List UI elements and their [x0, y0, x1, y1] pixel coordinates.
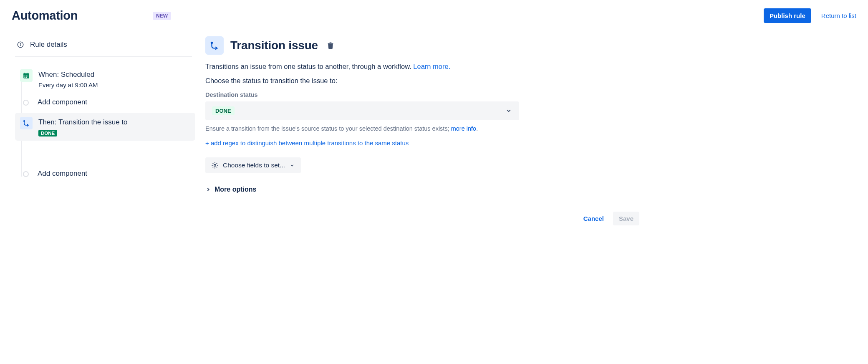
transition-icon — [205, 36, 224, 55]
add-regex-link[interactable]: + add regex to distinguish between multi… — [205, 139, 409, 147]
helper-text: Ensure a transition from the issue's sou… — [205, 124, 639, 134]
svg-rect-4 — [23, 73, 29, 75]
svg-point-12 — [23, 120, 25, 122]
gear-icon — [211, 162, 219, 169]
calendar-icon — [20, 69, 33, 82]
cancel-button[interactable]: Cancel — [578, 212, 610, 225]
page-title: Automation — [12, 9, 78, 23]
svg-point-13 — [211, 42, 213, 44]
add-component-1[interactable]: Add component — [15, 93, 195, 113]
panel-description: Transitions an issue from one status to … — [205, 61, 639, 72]
add-component-2[interactable]: Add component — [15, 164, 195, 184]
more-options-label: More options — [214, 186, 256, 193]
svg-point-16 — [214, 164, 216, 166]
destination-status-value: DONE — [212, 106, 235, 115]
destination-status-label: Destination status — [205, 91, 639, 98]
divider — [15, 56, 192, 57]
step-trigger-title: When: Scheduled — [38, 70, 98, 80]
publish-rule-button[interactable]: Publish rule — [764, 8, 811, 23]
circle-icon — [20, 168, 32, 180]
svg-rect-8 — [26, 76, 27, 76]
helper-text-body: Ensure a transition from the issue's sou… — [205, 125, 451, 132]
svg-rect-14 — [328, 43, 333, 44]
destination-status-select[interactable]: DONE — [205, 101, 519, 120]
choose-fields-label: Choose fields to set... — [223, 162, 285, 169]
new-badge: NEW — [153, 12, 171, 20]
add-component-1-label: Add component — [38, 98, 87, 107]
more-options-toggle[interactable]: More options — [205, 184, 256, 195]
step-trigger[interactable]: When: Scheduled Every day at 9:00 AM — [15, 65, 195, 93]
circle-icon — [20, 97, 32, 109]
save-button[interactable]: Save — [613, 212, 639, 225]
helper-period: . — [476, 125, 478, 132]
choose-status-label: Choose the status to transition the issu… — [205, 77, 639, 85]
svg-rect-11 — [28, 76, 28, 76]
panel-description-text: Transitions an issue from one status to … — [205, 63, 413, 70]
panel-title: Transition issue — [230, 39, 318, 52]
chevron-down-icon — [289, 162, 295, 168]
rule-details-link[interactable]: Rule details — [12, 36, 195, 56]
chevron-right-icon — [205, 187, 211, 192]
transition-icon — [20, 117, 33, 129]
svg-rect-9 — [25, 77, 25, 78]
rule-details-label: Rule details — [30, 40, 67, 49]
add-component-2-label: Add component — [38, 169, 87, 179]
svg-rect-15 — [329, 43, 331, 43]
choose-fields-button[interactable]: Choose fields to set... — [205, 157, 301, 173]
step-trigger-sub: Every day at 9:00 AM — [38, 81, 98, 88]
svg-point-2 — [20, 43, 21, 44]
learn-more-link[interactable]: Learn more. — [413, 63, 450, 70]
more-info-link[interactable]: more info — [451, 125, 476, 132]
return-to-list-link[interactable]: Return to list — [821, 12, 856, 19]
trash-icon — [326, 41, 335, 50]
status-lozenge-done: DONE — [38, 130, 57, 136]
delete-button[interactable] — [325, 40, 336, 51]
svg-rect-7 — [25, 76, 25, 76]
svg-rect-10 — [26, 77, 27, 78]
step-action[interactable]: Then: Transition the issue to DONE — [15, 113, 195, 141]
info-icon — [17, 41, 24, 48]
step-action-title: Then: Transition the issue to — [38, 118, 128, 127]
chevron-down-icon — [505, 107, 512, 114]
